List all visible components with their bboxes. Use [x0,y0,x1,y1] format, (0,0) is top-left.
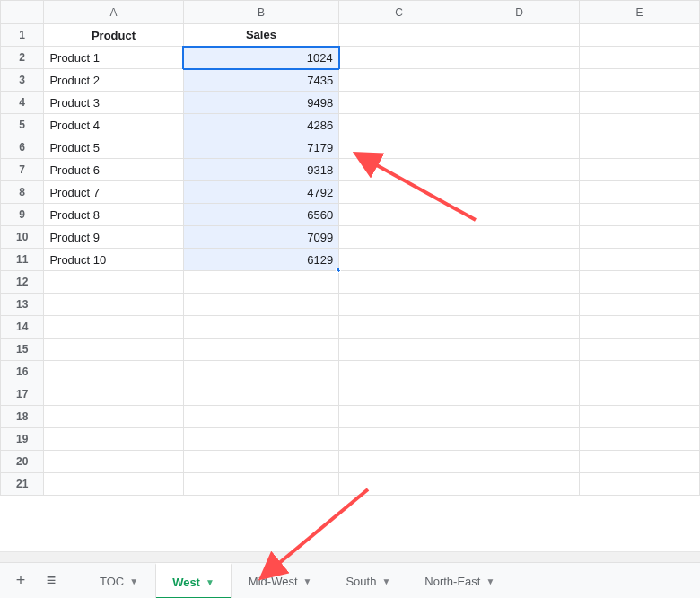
cell-A12[interactable] [44,271,183,294]
row-header-18[interactable]: 18 [1,406,44,428]
cell-D1[interactable] [459,24,580,47]
cell-D19[interactable] [459,428,580,451]
column-header-E[interactable]: E [580,1,700,24]
cell-D5[interactable] [459,114,580,136]
row-header-11[interactable]: 11 [1,249,44,271]
row-header-14[interactable]: 14 [1,316,44,339]
cell-D12[interactable] [459,271,580,294]
cell-C7[interactable] [339,159,459,181]
row-header-5[interactable]: 5 [1,114,44,136]
cell-D8[interactable] [459,181,580,204]
cell-E11[interactable] [580,249,700,271]
cell-B17[interactable] [183,383,339,406]
cell-C6[interactable] [339,136,459,159]
row-header-6[interactable]: 6 [1,136,44,159]
cell-C15[interactable] [339,339,459,361]
cell-D3[interactable] [459,69,580,92]
cell-E8[interactable] [580,181,700,204]
row-header-13[interactable]: 13 [1,294,44,316]
sheet-tab-west[interactable]: West▼ [155,563,232,598]
cell-E21[interactable] [580,473,700,496]
cell-B3[interactable]: 7435 [183,69,339,92]
row-header-17[interactable]: 17 [1,383,44,406]
column-header-D[interactable]: D [459,1,580,24]
sheet-tab-toc[interactable]: TOC▼ [83,563,155,598]
row-header-15[interactable]: 15 [1,339,44,361]
cell-D20[interactable] [459,451,580,473]
cell-D14[interactable] [459,316,580,339]
sheet-tab-south[interactable]: South▼ [328,563,407,598]
cell-D16[interactable] [459,361,580,383]
cell-A2[interactable]: Product 1 [44,47,183,69]
cell-D17[interactable] [459,383,580,406]
cell-A13[interactable] [44,294,183,316]
cell-A9[interactable]: Product 8 [44,204,183,226]
cell-B13[interactable] [183,294,339,316]
cell-D7[interactable] [459,159,580,181]
cell-B20[interactable] [183,451,339,473]
cell-C16[interactable] [339,361,459,383]
cell-E18[interactable] [580,406,700,428]
row-header-16[interactable]: 16 [1,361,44,383]
cell-C4[interactable] [339,92,459,114]
cell-A18[interactable] [44,406,183,428]
cell-B4[interactable]: 9498 [183,92,339,114]
cell-D2[interactable] [459,47,580,69]
cell-A16[interactable] [44,361,183,383]
cell-E17[interactable] [580,383,700,406]
cell-E19[interactable] [580,428,700,451]
sheet-tab-mid-west[interactable]: Mid-West▼ [232,563,329,598]
cell-C10[interactable] [339,226,459,249]
cell-C14[interactable] [339,316,459,339]
cell-B15[interactable] [183,339,339,361]
column-header-B[interactable]: B [183,1,339,24]
cell-B5[interactable]: 4286 [183,114,339,136]
row-header-8[interactable]: 8 [1,181,44,204]
cell-C19[interactable] [339,428,459,451]
chevron-down-icon[interactable]: ▼ [303,576,312,586]
cell-C13[interactable] [339,294,459,316]
cell-B19[interactable] [183,428,339,451]
cell-A10[interactable]: Product 9 [44,226,183,249]
horizontal-scrollbar[interactable] [0,551,700,562]
cell-C3[interactable] [339,69,459,92]
cell-E1[interactable] [580,24,700,47]
cell-A3[interactable]: Product 2 [44,69,183,92]
cell-C12[interactable] [339,271,459,294]
cell-A5[interactable]: Product 4 [44,114,183,136]
cell-E20[interactable] [580,451,700,473]
cell-D21[interactable] [459,473,580,496]
cell-B2[interactable]: 1024 [183,47,339,69]
row-header-10[interactable]: 10 [1,226,44,249]
cell-B21[interactable] [183,473,339,496]
row-header-4[interactable]: 4 [1,92,44,114]
chevron-down-icon[interactable]: ▼ [486,576,494,586]
cell-A20[interactable] [44,451,183,473]
cell-B10[interactable]: 7099 [183,226,339,249]
cell-A21[interactable] [44,473,183,496]
cell-C8[interactable] [339,181,459,204]
cell-D15[interactable] [459,339,580,361]
cell-D6[interactable] [459,136,580,159]
cell-E12[interactable] [580,271,700,294]
cell-C9[interactable] [339,204,459,226]
cell-E6[interactable] [580,136,700,159]
spreadsheet-grid[interactable]: ABCDE1ProductSales2Product 110243Product… [0,0,700,562]
cell-C1[interactable] [339,24,459,47]
cell-C18[interactable] [339,406,459,428]
cell-D13[interactable] [459,294,580,316]
select-all-corner[interactable] [1,1,44,24]
cell-B11[interactable]: 6129 [183,249,339,271]
cell-A1[interactable]: Product [44,24,183,47]
cell-E5[interactable] [580,114,700,136]
chevron-down-icon[interactable]: ▼ [129,576,138,586]
row-header-3[interactable]: 3 [1,69,44,92]
cell-B7[interactable]: 9318 [183,159,339,181]
cell-C2[interactable] [339,47,459,69]
cell-B12[interactable] [183,271,339,294]
row-header-9[interactable]: 9 [1,204,44,226]
cell-C5[interactable] [339,114,459,136]
row-header-12[interactable]: 12 [1,271,44,294]
row-header-19[interactable]: 19 [1,428,44,451]
column-header-C[interactable]: C [339,1,459,24]
